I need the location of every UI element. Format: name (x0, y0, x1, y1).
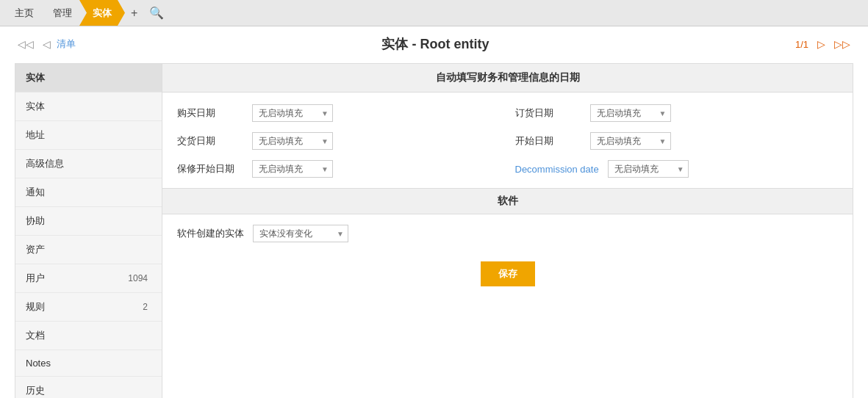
sidebar-item-documents[interactable]: 文档 (15, 322, 162, 350)
form-group-purchase-date: 购买日期 无启动填充 ▼ (177, 104, 501, 122)
main-panel: 自动填写财务和管理信息的日期 购买日期 无启动填充 ▼ (162, 64, 853, 398)
decommission-date-select[interactable]: 无启动填充 (608, 160, 689, 178)
software-entity-select[interactable]: 实体没有变化 (253, 225, 348, 242)
page-counter: 1/1 (795, 39, 808, 50)
sidebar-label-notes: Notes (26, 358, 51, 369)
software-entity-select-wrapper: 实体没有变化 ▼ (253, 225, 348, 242)
order-date-select-wrapper: 无启动填充 ▼ (590, 104, 671, 122)
sidebar-item-entity-2[interactable]: 实体 (15, 93, 162, 121)
sidebar-label-entity-2: 实体 (26, 100, 45, 113)
form-row-1: 购买日期 无启动填充 ▼ 订货日期 无启动填充 (177, 104, 838, 122)
start-date-select[interactable]: 无启动填充 (590, 132, 671, 150)
sidebar-item-entity-1[interactable]: 实体 (15, 64, 162, 93)
delivery-date-select-wrapper: 无启动填充 ▼ (252, 132, 333, 150)
form-row-software: 软件创建的实体 实体没有变化 ▼ (177, 225, 838, 242)
sidebar-item-notification[interactable]: 通知 (15, 178, 162, 207)
sidebar-item-history[interactable]: 历史 (15, 377, 162, 398)
button-row: 保存 (177, 254, 838, 286)
nav-right: 1/1 ▷ ▷▷ (795, 37, 853, 51)
search-button[interactable]: 🔍 (143, 6, 170, 20)
last-page-button[interactable]: ▷▷ (831, 37, 853, 51)
decommission-date-label: Decommission date (515, 164, 599, 175)
sidebar-label-documents: 文档 (26, 329, 45, 342)
page-title: 实体 - Root entity (381, 35, 489, 53)
prev-page-button[interactable]: ◁ (40, 37, 54, 51)
date-section-header: 自动填写财务和管理信息的日期 (162, 64, 853, 93)
form-group-maintenance-date: 保修开始日期 无启动填充 ▼ (177, 160, 501, 178)
sidebar-item-advanced[interactable]: 高级信息 (15, 150, 162, 178)
nav-item-home[interactable]: 主页 (9, 0, 46, 26)
order-date-label: 订货日期 (515, 106, 581, 120)
purchase-date-select[interactable]: 无启动填充 (252, 104, 333, 122)
sidebar-item-assets[interactable]: 资产 (15, 236, 162, 264)
save-button[interactable]: 保存 (481, 261, 535, 286)
rules-badge: 2 (139, 301, 151, 313)
sidebar-label-entity-1: 实体 (26, 71, 45, 84)
sidebar-item-assist[interactable]: 协助 (15, 207, 162, 236)
nav-label-manage: 管理 (53, 7, 72, 20)
next-page-button[interactable]: ▷ (814, 37, 828, 51)
sidebar-label-users: 用户 (26, 272, 45, 285)
sidebar-label-notification: 通知 (26, 186, 45, 199)
sidebar-item-address[interactable]: 地址 (15, 121, 162, 150)
nav-label-home: 主页 (15, 7, 34, 20)
sidebar-label-address: 地址 (26, 129, 45, 142)
form-group-start-date: 开始日期 无启动填充 ▼ (515, 132, 839, 150)
order-date-select[interactable]: 无启动填充 (590, 104, 671, 122)
sidebar-item-rules[interactable]: 规则 2 (15, 293, 162, 322)
start-date-select-wrapper: 无启动填充 ▼ (590, 132, 671, 150)
first-page-button[interactable]: ◁◁ (15, 37, 37, 51)
software-entity-label: 软件创建的实体 (177, 227, 244, 240)
form-row-2: 交货日期 无启动填充 ▼ 开始日期 无启动填充 (177, 132, 838, 150)
sidebar-label-advanced: 高级信息 (26, 157, 64, 170)
add-button[interactable]: + (125, 7, 143, 20)
form-group-order-date: 订货日期 无启动填充 ▼ (515, 104, 839, 122)
sidebar-label-assist: 协助 (26, 214, 45, 228)
sidebar-item-users[interactable]: 用户 1094 (15, 264, 162, 293)
delivery-date-label: 交货日期 (177, 134, 243, 148)
purchase-date-select-wrapper: 无启动填充 ▼ (252, 104, 333, 122)
form-row-3: 保修开始日期 无启动填充 ▼ Decommission date 无启动 (177, 160, 838, 178)
content-layout: 实体 实体 地址 高级信息 通知 协助 资产 用户 1094 (15, 63, 853, 398)
sidebar-item-notes[interactable]: Notes (15, 350, 162, 377)
users-badge: 1094 (124, 272, 151, 284)
nav-label-entity: 实体 (93, 7, 112, 20)
form-group-decommission-date: Decommission date 无启动填充 ▼ (515, 160, 839, 178)
form-area: 购买日期 无启动填充 ▼ 订货日期 无启动填充 (162, 93, 853, 304)
main-container: ◁◁ ◁ 清单 实体 - Root entity 1/1 ▷ ▷▷ 实体 实体 … (0, 26, 868, 398)
maintenance-date-label: 保修开始日期 (177, 162, 243, 176)
page-header: ◁◁ ◁ 清单 实体 - Root entity 1/1 ▷ ▷▷ (15, 35, 853, 53)
decommission-date-select-wrapper: 无启动填充 ▼ (608, 160, 689, 178)
add-icon: + (131, 7, 137, 20)
sidebar: 实体 实体 地址 高级信息 通知 协助 资产 用户 1094 (15, 64, 162, 398)
nav-item-manage[interactable]: 管理 (46, 0, 79, 26)
purchase-date-label: 购买日期 (177, 106, 243, 120)
delivery-date-select[interactable]: 无启动填充 (252, 132, 333, 150)
form-group-delivery-date: 交货日期 无启动填充 ▼ (177, 132, 501, 150)
nav-left: ◁◁ ◁ 清单 (15, 37, 76, 51)
software-section-header: 软件 (162, 188, 853, 214)
start-date-label: 开始日期 (515, 134, 581, 148)
list-link[interactable]: 清单 (57, 37, 76, 51)
nav-item-entity[interactable]: 实体 (79, 0, 125, 26)
sidebar-label-assets: 资产 (26, 243, 45, 256)
sidebar-label-history: 历史 (26, 384, 45, 397)
maintenance-date-select[interactable]: 无启动填充 (252, 160, 333, 178)
maintenance-date-select-wrapper: 无启动填充 ▼ (252, 160, 333, 178)
form-group-software-entity: 软件创建的实体 实体没有变化 ▼ (177, 225, 838, 242)
search-icon: 🔍 (149, 6, 164, 20)
top-navigation: 主页 管理 实体 + 🔍 (0, 0, 868, 26)
sidebar-label-rules: 规则 (26, 300, 45, 314)
